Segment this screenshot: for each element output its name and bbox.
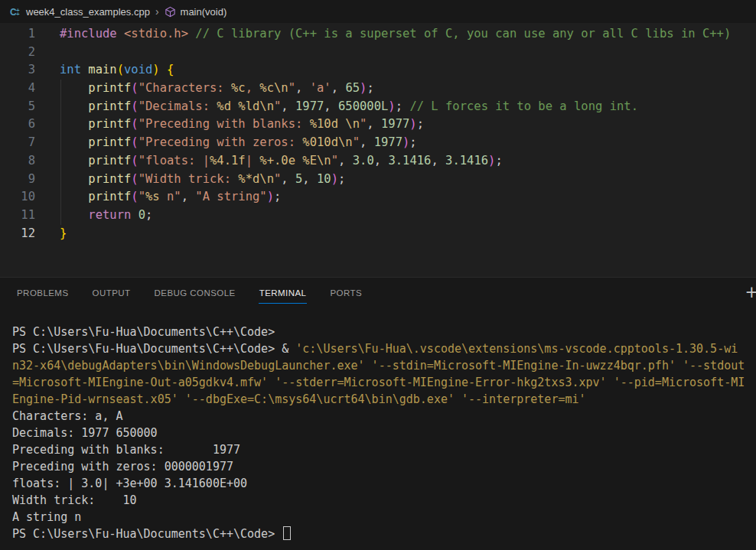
code-token: %10d	[310, 117, 338, 131]
terminal-line: PS C:\Users\Fu-Hua\Documents\C++\Code>	[12, 526, 753, 542]
terminal-text: Preceding with zeros: 0000001977	[12, 460, 233, 474]
new-terminal-plus-button[interactable]: +	[745, 285, 756, 301]
line-number: 11	[0, 207, 35, 225]
cpp-file-icon: C + +	[9, 5, 21, 18]
line-number: 1	[0, 25, 35, 44]
code-text: printf("Preceding with zeros: %010d\n", …	[35, 134, 417, 152]
code-line[interactable]: 4 printf("Characters: %c, %c\n", 'a', 65…	[0, 80, 756, 98]
code-token: ,	[331, 81, 346, 95]
code-token: ,	[281, 172, 295, 186]
terminal-text: =Microsoft-MIEngine-Out-a05gdkv4.mfw' '-…	[12, 376, 745, 389]
code-token: "	[274, 99, 281, 113]
code-token: (	[131, 135, 138, 149]
code-token: printf	[88, 135, 131, 149]
code-token: "	[138, 190, 145, 203]
code-line[interactable]: 11 return 0;	[0, 207, 756, 225]
code-token	[131, 208, 138, 222]
terminal-text: Width trick: 10	[12, 493, 137, 507]
code-text: }	[35, 225, 67, 243]
code-token	[338, 117, 345, 131]
code-text: #include <stdio.h> // C library (C++ is …	[35, 25, 731, 44]
terminal-line: Width trick: 10	[12, 492, 753, 509]
code-token	[60, 135, 88, 149]
code-line[interactable]: 12}	[0, 225, 756, 243]
code-token: (	[131, 99, 138, 113]
code-token: %s	[145, 190, 160, 203]
code-token: printf	[88, 154, 131, 168]
symbol-method-icon	[165, 6, 176, 18]
code-token: ,	[367, 117, 381, 131]
code-editor[interactable]: 1#include <stdio.h> // C library (C++ is…	[0, 23, 756, 277]
editor-lines: 1#include <stdio.h> // C library (C++ is…	[0, 25, 756, 242]
terminal-text: n32-x64\debugAdapters\bin\WindowsDebugLa…	[12, 359, 745, 373]
line-number: 7	[0, 134, 35, 152]
terminal-text: Decimals: 1977 650000	[12, 426, 158, 440]
code-token: )	[152, 63, 159, 76]
code-token: "Characters:	[138, 81, 231, 95]
code-token: ;	[417, 117, 424, 131]
code-token: "floats: |	[138, 154, 210, 168]
vscode-window: C + + week4_class_examples.cpp › main(vo…	[0, 0, 756, 550]
code-token: %d	[217, 99, 231, 113]
code-token: "A string"	[195, 190, 266, 203]
chevron-right-icon: ›	[155, 5, 160, 18]
code-token: %+.0e	[259, 154, 295, 168]
code-token: %E	[302, 154, 317, 168]
code-token	[60, 172, 88, 186]
code-line[interactable]: 2	[0, 44, 756, 62]
code-token: \n	[317, 154, 331, 168]
terminal[interactable]: PS C:\Users\Fu-Hua\Documents\C++\Code>PS…	[0, 310, 756, 542]
code-line[interactable]: 1#include <stdio.h> // C library (C++ is…	[0, 25, 756, 44]
code-token: %c	[231, 81, 246, 95]
code-token: // L forces it to be a long int.	[409, 99, 638, 113]
code-token: |	[246, 154, 260, 168]
code-line[interactable]: 10 printf("%s n", "A string");	[0, 188, 756, 207]
code-token: 0	[138, 208, 145, 222]
panel-tab-terminal[interactable]: TERMINAL	[259, 284, 308, 304]
panel-tab-debug-console[interactable]: DEBUG CONSOLE	[154, 284, 236, 304]
panel-tab-problems[interactable]: PROBLEMS	[16, 284, 70, 304]
code-token: %*d	[238, 172, 259, 186]
code-token: return	[88, 208, 131, 222]
line-number: 12	[0, 225, 35, 243]
code-token: }	[60, 226, 67, 240]
code-text	[35, 44, 60, 62]
code-line[interactable]: 8 printf("floats: |%4.1f| %+.0e %E\n", 3…	[0, 152, 756, 171]
code-token: 65	[345, 81, 360, 95]
code-token: ,	[324, 99, 338, 113]
code-token: printf	[88, 81, 131, 95]
code-token: ;	[367, 81, 373, 95]
panel-tab-output[interactable]: OUTPUT	[92, 284, 132, 304]
svg-text:+: +	[16, 11, 20, 18]
code-token	[60, 117, 88, 131]
code-token: "	[331, 154, 338, 168]
terminal-text: PS C:\Users\Fu-Hua\Documents\C++\Code> &	[12, 342, 295, 356]
line-number: 5	[0, 98, 35, 116]
code-token: \n	[338, 135, 353, 149]
code-token: printf	[88, 172, 131, 186]
code-token: ;	[338, 172, 345, 186]
code-token: 3.1416	[445, 154, 488, 168]
panel-tab-ports[interactable]: PORTS	[329, 284, 363, 304]
code-token: "	[288, 81, 295, 95]
code-line[interactable]: 7 printf("Preceding with zeros: %010d\n"…	[0, 134, 756, 152]
code-token: )	[388, 99, 395, 113]
code-token: \n	[259, 172, 274, 186]
code-token	[81, 63, 88, 76]
code-token: )	[360, 81, 367, 95]
code-line[interactable]: 9 printf("Width trick: %*d\n", 5, 10);	[0, 171, 756, 189]
code-token: ,	[295, 81, 310, 95]
breadcrumb-file[interactable]: week4_class_examples.cpp	[26, 6, 150, 18]
code-token: 'a'	[310, 81, 331, 95]
code-line[interactable]: 3int main(void) {	[0, 61, 756, 80]
code-token: n"	[160, 190, 181, 203]
code-token: (	[131, 81, 138, 95]
terminal-text: Preceding with blanks: 1977	[12, 443, 240, 457]
code-token: "Preceding with blanks:	[138, 117, 310, 131]
code-line[interactable]: 5 printf("Decimals: %d %ld\n", 1977, 650…	[0, 98, 756, 116]
code-text: printf("Preceding with blanks: %10d \n",…	[35, 116, 424, 134]
breadcrumb-symbol[interactable]: main(void)	[181, 6, 227, 18]
code-token: (	[131, 172, 138, 186]
code-token: 1977	[374, 135, 402, 149]
code-line[interactable]: 6 printf("Preceding with blanks: %10d \n…	[0, 116, 756, 134]
